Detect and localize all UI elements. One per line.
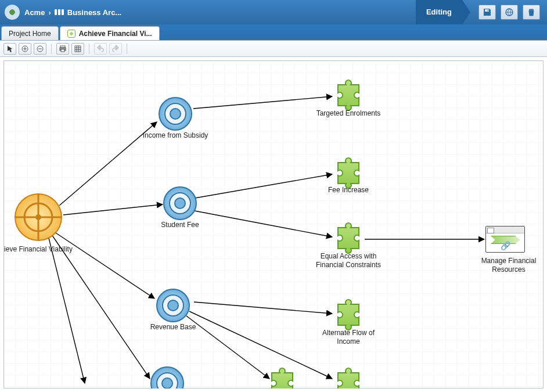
objective-partial-bottom[interactable] — [151, 367, 183, 389]
diagram-toolbar — [0, 41, 547, 57]
tab-project-home[interactable]: Project Home — [1, 26, 59, 40]
link-icon: 🔗 — [501, 241, 510, 250]
svg-line-13 — [52, 235, 150, 379]
tactic-partial-bottom-1[interactable] — [272, 368, 293, 389]
redo-icon — [111, 45, 120, 53]
reference-manage-financial-label: Manage Financial Resources — [471, 257, 546, 274]
objective-revenue-base[interactable] — [157, 289, 189, 322]
breadcrumb-current[interactable]: Business Arc... — [67, 8, 121, 17]
toolbar-sep-2 — [89, 44, 89, 54]
breadcrumb-sep: › — [48, 8, 51, 17]
selection-tool[interactable] — [3, 43, 16, 55]
globe-icon — [505, 8, 514, 17]
publish-button[interactable] — [501, 5, 518, 20]
zoom-in-button[interactable] — [19, 43, 31, 55]
svg-line-11 — [56, 233, 154, 299]
print-button[interactable] — [56, 43, 69, 55]
tab-diagram[interactable]: Achieve Financial Vi... — [60, 26, 160, 40]
svg-rect-5 — [61, 49, 64, 52]
save-button[interactable] — [478, 5, 496, 20]
tactic-fee-increase-label: Fee Increase — [311, 186, 386, 195]
tactic-targeted-enrolments[interactable] — [338, 80, 359, 110]
goal-tab-icon — [67, 30, 75, 38]
objective-student-fee[interactable] — [164, 187, 196, 220]
tactic-alternate-flow[interactable] — [338, 300, 359, 330]
goal-node[interactable] — [15, 194, 62, 240]
print-icon — [59, 45, 67, 53]
breadcrumb-root[interactable]: Acme — [24, 8, 45, 17]
cursor-icon — [6, 45, 14, 53]
grid-button[interactable] — [71, 43, 84, 55]
reference-manage-financial[interactable]: 🔗 — [485, 226, 525, 253]
plus-icon — [21, 45, 28, 52]
goal-label: ieve Financial Viability — [1, 245, 76, 254]
breadcrumb-icon — [55, 9, 64, 15]
undo-button[interactable] — [94, 43, 107, 55]
tactic-equal-access-label: Equal Access with Financial Constraints — [311, 252, 386, 269]
toolbar-sep-1 — [51, 44, 52, 54]
svg-line-14 — [193, 96, 332, 109]
objective-student-fee-label: Student Fee — [142, 221, 218, 229]
undo-icon — [96, 45, 105, 53]
breadcrumb: Acme › Business Arc... — [24, 8, 121, 17]
grid-icon — [74, 45, 82, 53]
tactic-fee-increase[interactable] — [338, 158, 359, 188]
redo-button[interactable] — [109, 43, 122, 55]
trash-icon — [527, 8, 536, 17]
objective-income-subsidy-label: Income from Subsidy — [138, 131, 213, 140]
tactic-partial-bottom-2[interactable] — [338, 368, 359, 389]
svg-line-17 — [194, 302, 332, 314]
tab-diagram-label: Achieve Financial Vi... — [79, 30, 152, 38]
tab-project-home-label: Project Home — [9, 30, 51, 38]
tactic-targeted-enrolments-label: Targeted Enrolments — [311, 109, 386, 118]
svg-line-12 — [48, 236, 85, 383]
tactic-alternate-flow-label: Alternate Flow of Income — [311, 329, 386, 346]
objective-revenue-base-label: Revenue Base — [135, 323, 211, 332]
objective-income-subsidy[interactable] — [159, 98, 192, 130]
zoom-out-button[interactable] — [34, 43, 46, 55]
toolbar-sep-3 — [127, 44, 127, 54]
delete-button[interactable] — [523, 5, 540, 20]
svg-line-10 — [63, 204, 163, 215]
app-logo[interactable] — [5, 5, 20, 20]
mode-indicator[interactable]: Editing — [416, 0, 462, 24]
minus-icon — [37, 45, 44, 52]
save-icon — [483, 8, 492, 17]
tactic-equal-access[interactable] — [338, 223, 359, 253]
